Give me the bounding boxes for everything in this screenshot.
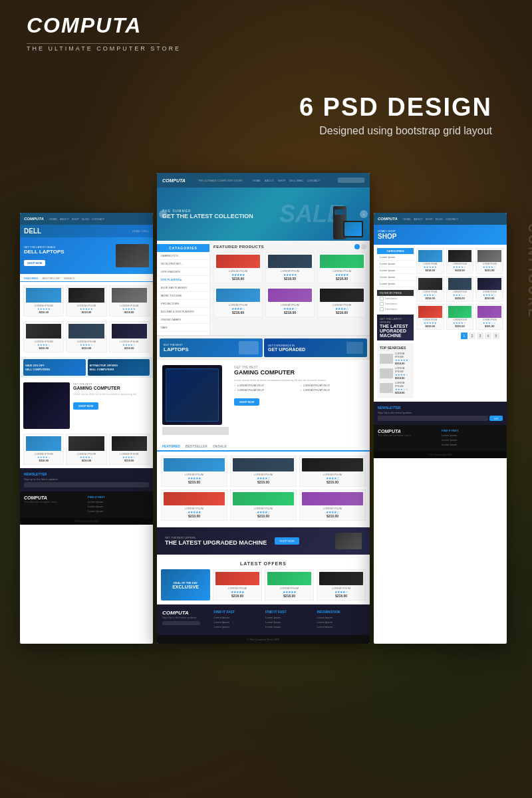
right-nav-blog[interactable]: BLOG xyxy=(436,217,443,221)
mock-footer-nl-input[interactable] xyxy=(162,621,200,625)
right-filter-3[interactable]: Lorem Ipsum xyxy=(377,307,414,312)
cat-item-4[interactable]: DVD PLAYERS xyxy=(157,276,209,284)
left-tab-bestseller[interactable]: BESTSELLER xyxy=(42,277,59,281)
nav-contact[interactable]: CONTACT xyxy=(307,179,320,182)
cat-item-5[interactable]: BLUE-RAY PLAYERS xyxy=(157,284,209,292)
left-product-4[interactable]: LOREM IPSUM ★★★★☆ $210.00 xyxy=(23,321,64,352)
right-ts-item-2[interactable]: LOREM IPSUM ★★★★☆ $218.00 xyxy=(380,366,411,380)
nav-home[interactable]: HOME xyxy=(253,179,261,182)
mock-featured-next[interactable] xyxy=(361,244,366,249)
mock-search-bar[interactable] xyxy=(338,178,364,183)
mock-footer-link-2[interactable]: Lorem Ipsum xyxy=(214,620,262,624)
left-gaming-btn[interactable]: SHOP NOW xyxy=(73,402,98,410)
mock-footer-link-9[interactable]: Lorem Ipsum xyxy=(317,625,365,628)
right-filter-2[interactable]: Lorem Ipsum xyxy=(377,301,414,307)
mock-product-s6[interactable]: LOREM IPSUM ★★★★☆ $210.00 xyxy=(299,489,366,521)
mock-offer-1[interactable]: LOREM IPSUM ★★★★★ $218.00 xyxy=(213,569,262,600)
right-product-2[interactable]: LOREM IPSUM ★★★★☆ $218.00 xyxy=(446,248,474,274)
mock-footer-link-6[interactable]: Lorem Ipsum xyxy=(265,625,313,628)
mock-deal-of-day[interactable]: DEAL OF THE DAY EXCLUSIVE xyxy=(161,569,210,600)
right-cat-3[interactable]: Lorem Ipsum xyxy=(377,267,414,274)
right-nav-about[interactable]: ABOUT xyxy=(414,217,423,221)
right-product-3[interactable]: LOREM IPSUM ★★★★☆ $210.00 xyxy=(475,248,503,274)
nav-shop[interactable]: SHOP xyxy=(278,179,285,182)
left-hero-btn[interactable]: SHOP NOW xyxy=(24,260,45,266)
nav-about[interactable]: ABOUT xyxy=(265,179,274,182)
nav-dellimac[interactable]: DELL IMAC xyxy=(289,179,303,182)
right-product-4[interactable]: LOREM IPSUM ★★★★☆ $216.00 xyxy=(416,276,444,302)
mock-product-3[interactable]: LOREM IPSUM ★★★★★ $218.00 xyxy=(317,252,366,283)
right-cat-5[interactable]: Lorem Ipsum xyxy=(377,281,414,287)
right-filter-1[interactable]: Lorem Ipsum xyxy=(377,296,414,301)
cat-item-8[interactable]: BLU-RAY & DVD PLAYERS xyxy=(157,308,209,316)
mock-product-5[interactable]: LOREM IPSUM ★★★★☆ $218.00 xyxy=(265,286,315,317)
cat-item-3[interactable]: UPS UNBOXES xyxy=(157,268,209,276)
mock-product-2[interactable]: LOREM IPSUM ★★★★★ $218.00 xyxy=(265,252,315,283)
mock-product-s3[interactable]: LOREM IPSUM ★★★★☆ $210.00 xyxy=(299,456,366,487)
right-nl-submit[interactable]: GO xyxy=(489,416,503,421)
left-product-5[interactable]: LOREM IPSUM ★★★★☆ $210.00 xyxy=(66,321,106,352)
mock-footer-link-3[interactable]: Lorem Ipsum xyxy=(214,625,262,628)
left-footer-link-2[interactable]: Lorem Ipsum xyxy=(88,505,149,508)
right-ts-item-3[interactable]: LOREM IPSUM ★★★☆☆ $218.00 xyxy=(380,381,411,394)
mock-footer-link-5[interactable]: Lorem Ipsum xyxy=(265,620,313,624)
right-product-5[interactable]: LOREM IPSUM ★★★☆☆ $210.00 xyxy=(446,276,474,302)
mock-product-6[interactable]: LOREM IPSUM ★★★★☆ $216.00 xyxy=(317,286,366,317)
right-product-7[interactable]: LOREM IPSUM ★★★★★ $210.00 xyxy=(416,304,444,330)
left-footer-link-3[interactable]: Lorem Ipsum xyxy=(88,509,149,513)
mock-tab-bestseller[interactable]: BESTSELLER xyxy=(186,444,207,450)
mock-hero-prev[interactable]: ‹ xyxy=(159,210,167,218)
mock-offer-3[interactable]: LOREM IPSUM ★★★★☆ $218.00 xyxy=(317,569,366,600)
left-product-6[interactable]: LOREM IPSUM ★★★★☆ $210.00 xyxy=(109,321,150,352)
mock-product-s5[interactable]: LOREM IPSUM ★★★★☆ $210.00 xyxy=(230,489,297,521)
page-2[interactable]: 2 xyxy=(469,332,475,339)
right-nav-contact[interactable]: CONTACT xyxy=(446,217,458,221)
mock-product-s2[interactable]: LOREM IPSUM ★★★★☆ $210.00 xyxy=(230,456,297,487)
right-footer-link-2[interactable]: Lorem Ipsum xyxy=(442,438,503,442)
right-nav-home[interactable]: HOME xyxy=(403,217,411,221)
cat-item-10[interactable]: TAFE xyxy=(157,324,209,332)
mock-footer-link-1[interactable]: Lorem Ipsum xyxy=(214,616,262,619)
mock-footer-link-7[interactable]: Lorem Ipsum xyxy=(317,616,365,619)
mock-banner-upgrade[interactable]: GET EXPERIENCE IN GET UPGRADED xyxy=(264,338,367,357)
mock-hero-next[interactable]: › xyxy=(360,210,368,218)
mock-footer-link-8[interactable]: Lorem Ipsum xyxy=(317,620,365,624)
left-product-8[interactable]: LOREM IPSUM ★★★★☆ $210.00 xyxy=(66,434,106,465)
right-footer-link-1[interactable]: Lorem Ipsum xyxy=(442,434,503,437)
right-product-1[interactable]: LOREM IPSUM ★★★★★ $218.00 xyxy=(416,248,444,274)
left-nl-input[interactable] xyxy=(24,482,149,487)
left-product-7[interactable]: LOREM IPSUM ★★★★☆ $210.00 xyxy=(23,434,64,465)
right-ts-item-1[interactable]: LOREM IPSUM ★★★★★ $218.00 xyxy=(380,352,411,365)
left-product-2[interactable]: LOREM IPSUM ★★★★★ $210.00 xyxy=(66,285,106,317)
cat-item-7[interactable]: PROJECTORS xyxy=(157,300,209,308)
left-product-9[interactable]: LOREM IPSUM ★★★★☆ $210.00 xyxy=(109,434,150,465)
right-cat-4[interactable]: Lorem Ipsum xyxy=(377,274,414,281)
page-4[interactable]: 4 xyxy=(485,332,491,339)
left-tab-featured[interactable]: FEATURED xyxy=(24,277,38,281)
right-footer-link-3[interactable]: Lorem Ipsum xyxy=(442,443,503,446)
right-nl-input[interactable] xyxy=(378,416,488,421)
left-tab-onsale[interactable]: ONSALE xyxy=(64,277,75,281)
page-3[interactable]: 3 xyxy=(477,332,483,339)
page-1[interactable]: 1 xyxy=(461,332,467,339)
right-product-8[interactable]: LOREM IPSUM ★★★★☆ $291.00 xyxy=(446,304,474,330)
right-product-6[interactable]: LOREM IPSUM ★★★★☆ $210.00 xyxy=(475,276,503,302)
mock-upgraded-btn[interactable]: SHOP NOW xyxy=(275,537,299,545)
mock-tab-onsale[interactable]: ONSALE xyxy=(213,444,227,450)
page-5[interactable]: 5 xyxy=(493,332,499,339)
mock-gaming-shop-btn[interactable]: SHOP NOW xyxy=(234,398,259,406)
mock-tab-featured[interactable]: FEATURED xyxy=(162,444,180,452)
mock-product-s4[interactable]: LOREM IPSUM ★★★★★ $210.00 xyxy=(161,489,227,521)
mock-banner-laptops[interactable]: BUY THE BEST LAPTOPS xyxy=(160,338,263,357)
mock-product-1[interactable]: LOREM IPSUM ★★★★★ $218.00 xyxy=(213,252,263,283)
left-product-1[interactable]: LOREM IPSUM ★★★★★ $210.00 xyxy=(23,285,64,317)
mock-product-s1[interactable]: LOREM IPSUM ★★★★★ $210.00 xyxy=(161,456,227,487)
left-product-3[interactable]: LOREM IPSUM ★★★★★ $210.00 xyxy=(109,285,150,317)
cat-item-1[interactable]: GAMING PCS xyxy=(157,252,209,260)
cat-item-2[interactable]: NX ELITRO NET... xyxy=(157,260,209,268)
mock-product-4[interactable]: LOREM IPSUM ★★★★☆ $218.00 xyxy=(213,286,263,317)
mock-featured-prev[interactable] xyxy=(354,244,360,249)
right-product-9[interactable]: LOREM IPSUM ★★★☆☆ $291.00 xyxy=(475,304,503,330)
mock-footer-link-4[interactable]: Lorem Ipsum xyxy=(265,616,313,619)
right-cat-2[interactable]: Lorem Ipsum xyxy=(377,261,414,267)
